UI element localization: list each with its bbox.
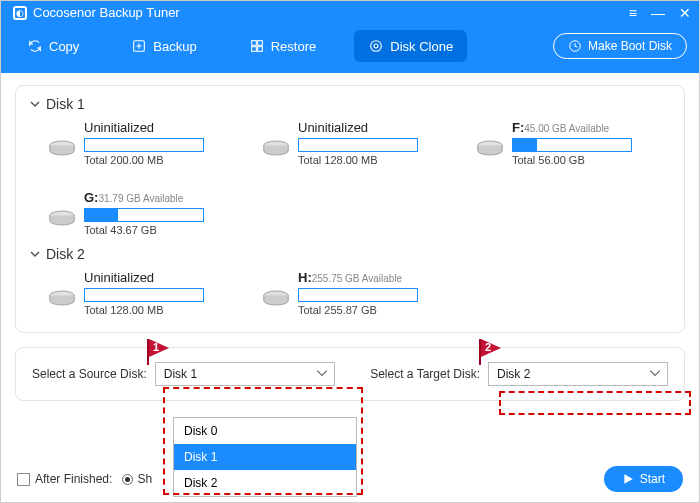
chevron-down-icon: [649, 367, 661, 379]
volume-item[interactable]: Uninitialized Total 200.00 MB: [48, 120, 238, 166]
clone-icon: [368, 38, 384, 54]
target-disk-select[interactable]: Disk 2: [488, 362, 668, 386]
menu-icon[interactable]: ≡: [629, 5, 637, 21]
disk-icon: [48, 208, 76, 228]
disk-icon: [48, 288, 76, 308]
callout-flag-2: 2: [479, 339, 503, 365]
disk-icon: [262, 138, 290, 158]
disk-icon: [262, 288, 290, 308]
chevron-down-icon: [316, 367, 328, 379]
backup-button[interactable]: Backup: [117, 30, 210, 62]
after-finished-label: After Finished:: [35, 472, 112, 486]
svg-rect-4: [257, 47, 262, 52]
volume-item[interactable]: F:45.00 GB Available Total 56.00 GB: [476, 120, 666, 166]
close-icon[interactable]: ✕: [679, 5, 691, 21]
selection-panel: Select a Source Disk: Disk 1 Select a Ta…: [15, 347, 685, 401]
chevron-down-icon: [30, 249, 40, 259]
dropdown-option[interactable]: Disk 0: [174, 418, 356, 444]
target-label: Select a Target Disk:: [370, 367, 480, 381]
restore-button[interactable]: Restore: [235, 30, 331, 62]
after-finished-checkbox[interactable]: [17, 473, 30, 486]
start-button[interactable]: Start: [604, 466, 683, 492]
minimize-icon[interactable]: —: [651, 5, 665, 21]
play-icon: [622, 473, 634, 485]
disk-icon: [476, 138, 504, 158]
shutdown-label: Sh: [137, 472, 152, 486]
svg-rect-3: [251, 47, 256, 52]
disk1-header[interactable]: Disk 1: [30, 96, 670, 112]
disk-group-1: Disk 1 Uninitialized Total 200.00 MB: [30, 96, 670, 236]
disk-list-panel: Disk 1 Uninitialized Total 200.00 MB: [15, 85, 685, 333]
svg-rect-2: [257, 41, 262, 46]
app-logo: ◐: [13, 6, 27, 20]
copy-icon: [27, 38, 43, 54]
svg-rect-1: [251, 41, 256, 46]
make-boot-disk-button[interactable]: Make Boot Disk: [553, 33, 687, 59]
app-title: Cocosenor Backup Tuner: [33, 5, 180, 20]
chevron-down-icon: [30, 99, 40, 109]
callout-flag-1: 1: [147, 339, 171, 365]
restore-icon: [249, 38, 265, 54]
backup-icon: [131, 38, 147, 54]
boot-icon: [568, 39, 582, 53]
volume-item[interactable]: Uninitialized Total 128.00 MB: [262, 120, 452, 166]
disk-group-2: Disk 2 Uninitialized Total 128.00 MB: [30, 246, 670, 316]
disk-icon: [48, 138, 76, 158]
titlebar: ◐ Cocosenor Backup Tuner: [1, 1, 699, 24]
source-label: Select a Source Disk:: [32, 367, 147, 381]
source-disk-select[interactable]: Disk 1: [155, 362, 335, 386]
svg-point-6: [374, 44, 378, 48]
disk-clone-button[interactable]: Disk Clone: [354, 30, 467, 62]
copy-button[interactable]: Copy: [13, 30, 93, 62]
volume-item[interactable]: G:31.79 GB Available Total 43.67 GB: [48, 190, 238, 236]
shutdown-radio[interactable]: [122, 474, 133, 485]
disk2-header[interactable]: Disk 2: [30, 246, 670, 262]
volume-item[interactable]: Uninitialized Total 128.00 MB: [48, 270, 238, 316]
svg-point-5: [371, 41, 382, 52]
volume-item[interactable]: H:255.75 GB Available Total 255.87 GB: [262, 270, 452, 316]
